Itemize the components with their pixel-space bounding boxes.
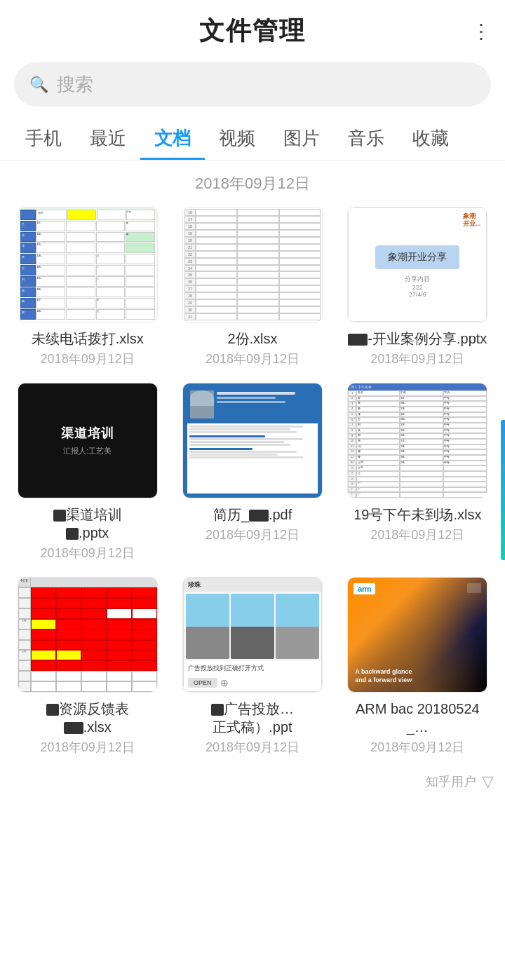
- list-item[interactable]: 象潮开业... 象潮开业分享 分享内容22227/4/6 -开业案例分享.ppt…: [336, 201, 499, 377]
- file-name: 简历_.pdf: [213, 505, 292, 524]
- tab-video[interactable]: 视频: [205, 119, 269, 160]
- file-date: 2018年09月12日: [41, 545, 135, 562]
- search-placeholder: 搜索: [57, 72, 93, 97]
- file-thumbnail: [182, 383, 323, 498]
- list-item[interactable]: 4行6: [6, 571, 169, 765]
- file-date: 2018年09月12日: [370, 351, 464, 367]
- header: 文件管理 ⋮: [0, 0, 505, 55]
- file-thumbnail: 象潮开业... 象潮开业分享 分享内容22227/4/6: [347, 207, 487, 322]
- file-date: 2018年09月12日: [41, 739, 135, 756]
- search-bar[interactable]: 🔍 搜索: [14, 62, 491, 107]
- file-thumbnail: 4行6: [18, 577, 158, 693]
- file-thumbnail: 珍珠 广告投放找到正确打开方式 OPEN ⊕: [182, 577, 323, 693]
- scroll-indicator: [501, 420, 505, 560]
- file-thumbnail: 渠道培训 汇报人:工艺美: [18, 383, 158, 498]
- file-name: -开业案例分享.pptx: [348, 329, 487, 348]
- file-date: 2018年09月12日: [370, 526, 464, 543]
- file-thumbnail: 19 1 下午名单 1 2 3 4 5 6 7 8 9 10 11: [347, 383, 487, 498]
- file-name: ARM bac 20180524_…: [347, 700, 487, 736]
- file-name: 19号下午未到场.xlsx: [354, 505, 481, 524]
- page-title: 文件管理: [199, 14, 306, 48]
- file-thumbnail: 省市 开始 生 137... 拨 孙 136... 拨: [18, 207, 158, 322]
- file-name: 未续电话拨打.xlsx: [32, 329, 144, 348]
- file-thumbnail: arm A backward glanceand a forward view: [347, 577, 487, 693]
- file-date: 2018年09月12日: [206, 739, 299, 756]
- file-grid-row2: 渠道培训 汇报人:工艺美 渠道培训.pptx 2018年09月12日: [0, 377, 505, 571]
- file-date: 2018年09月12日: [41, 351, 135, 367]
- section-date-1: 2018年09月12日: [0, 161, 505, 201]
- list-item[interactable]: 19 1 下午名单 1 2 3 4 5 6 7 8 9 10 11: [336, 377, 499, 571]
- file-date: 2018年09月12日: [206, 526, 299, 543]
- tab-docs[interactable]: 文档: [140, 119, 205, 160]
- list-item[interactable]: 简历_.pdf 2018年09月12日: [170, 377, 334, 571]
- more-menu-icon[interactable]: ⋮: [471, 20, 491, 43]
- tab-music[interactable]: 音乐: [334, 119, 398, 160]
- tab-bar: 手机 最近 文档 视频 图片 音乐 收藏: [0, 119, 505, 161]
- list-item[interactable]: 16 17 18 19 20 21 22 23 24 25 26 27 28 2…: [170, 201, 334, 377]
- list-item[interactable]: arm A backward glanceand a forward view …: [336, 571, 499, 765]
- file-date: 2018年09月12日: [206, 351, 299, 367]
- file-date: 2018年09月12日: [370, 739, 464, 756]
- file-grid-row1: 省市 开始 生 137... 拨 孙 136... 拨: [0, 201, 505, 377]
- file-grid-row3: 4行6: [0, 571, 505, 765]
- file-name: 广告投放…正式稿）.ppt: [211, 700, 294, 736]
- file-name: 渠道培训.pptx: [53, 505, 122, 542]
- tab-phone[interactable]: 手机: [11, 119, 76, 160]
- list-item[interactable]: 省市 开始 生 137... 拨 孙 136... 拨: [6, 201, 169, 377]
- watermark-label: 知乎用户: [426, 773, 476, 790]
- tab-image[interactable]: 图片: [269, 119, 334, 160]
- bottom-bar: 知乎用户 ▽: [0, 765, 505, 805]
- search-icon: 🔍: [29, 76, 48, 94]
- list-item[interactable]: 渠道培训 汇报人:工艺美 渠道培训.pptx 2018年09月12日: [6, 377, 169, 571]
- tab-favorites[interactable]: 收藏: [398, 119, 463, 160]
- list-item[interactable]: 珍珠 广告投放找到正确打开方式 OPEN ⊕ 广告投放…正式稿）.: [170, 571, 334, 765]
- filter-icon[interactable]: ▽: [482, 773, 494, 791]
- file-name: 2份.xlsx: [227, 329, 277, 348]
- file-thumbnail: 16 17 18 19 20 21 22 23 24 25 26 27 28 2…: [182, 207, 323, 322]
- file-name: 资源反馈表.xlsx: [46, 700, 129, 736]
- tab-recent[interactable]: 最近: [76, 119, 140, 160]
